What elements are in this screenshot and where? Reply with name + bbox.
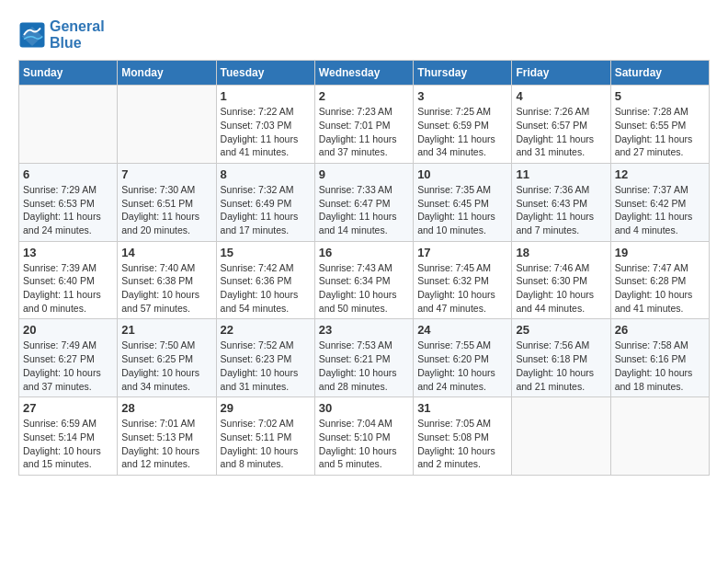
calendar-cell: 22Sunrise: 7:52 AM Sunset: 6:23 PM Dayli…	[216, 319, 314, 397]
day-number: 24	[417, 323, 507, 337]
calendar-cell: 3Sunrise: 7:25 AM Sunset: 6:59 PM Daylig…	[414, 86, 512, 164]
day-number: 30	[319, 401, 409, 415]
day-number: 11	[516, 167, 606, 181]
calendar-cell: 17Sunrise: 7:45 AM Sunset: 6:32 PM Dayli…	[414, 241, 512, 319]
calendar-cell: 20Sunrise: 7:49 AM Sunset: 6:27 PM Dayli…	[19, 319, 118, 397]
calendar-week-3: 13Sunrise: 7:39 AM Sunset: 6:40 PM Dayli…	[19, 241, 710, 319]
calendar-cell: 12Sunrise: 7:37 AM Sunset: 6:42 PM Dayli…	[610, 163, 709, 241]
weekday-header-sunday: Sunday	[19, 61, 118, 86]
day-info: Sunrise: 7:25 AM Sunset: 6:59 PM Dayligh…	[417, 105, 507, 159]
calendar-cell: 28Sunrise: 7:01 AM Sunset: 5:13 PM Dayli…	[118, 397, 216, 476]
day-number: 28	[121, 401, 211, 415]
calendar-cell: 24Sunrise: 7:55 AM Sunset: 6:20 PM Dayli…	[414, 319, 512, 397]
day-info: Sunrise: 7:46 AM Sunset: 6:30 PM Dayligh…	[516, 261, 606, 316]
day-number: 25	[516, 323, 606, 337]
day-info: Sunrise: 7:50 AM Sunset: 6:25 PM Dayligh…	[121, 339, 211, 393]
day-info: Sunrise: 7:43 AM Sunset: 6:34 PM Dayligh…	[319, 261, 409, 316]
calendar-cell: 4Sunrise: 7:26 AM Sunset: 6:57 PM Daylig…	[512, 86, 610, 164]
day-number: 26	[615, 323, 705, 337]
day-info: Sunrise: 7:30 AM Sunset: 6:51 PM Dayligh…	[121, 183, 211, 237]
calendar-cell: 18Sunrise: 7:46 AM Sunset: 6:30 PM Dayli…	[512, 241, 610, 319]
calendar-cell	[610, 397, 709, 476]
day-info: Sunrise: 7:35 AM Sunset: 6:45 PM Dayligh…	[417, 183, 507, 237]
calendar-cell: 16Sunrise: 7:43 AM Sunset: 6:34 PM Dayli…	[314, 241, 413, 319]
day-number: 5	[615, 89, 705, 103]
day-number: 17	[417, 246, 507, 259]
logo-icon	[18, 21, 46, 49]
day-number: 18	[516, 246, 606, 259]
calendar-cell: 11Sunrise: 7:36 AM Sunset: 6:43 PM Dayli…	[512, 163, 610, 241]
day-number: 29	[221, 401, 311, 415]
calendar-cell: 31Sunrise: 7:05 AM Sunset: 5:08 PM Dayli…	[414, 397, 512, 476]
calendar-cell	[118, 86, 216, 164]
calendar-cell: 6Sunrise: 7:29 AM Sunset: 6:53 PM Daylig…	[19, 163, 118, 241]
day-info: Sunrise: 7:01 AM Sunset: 5:13 PM Dayligh…	[121, 417, 211, 471]
day-info: Sunrise: 7:49 AM Sunset: 6:27 PM Dayligh…	[23, 339, 113, 393]
day-number: 21	[121, 323, 211, 337]
day-info: Sunrise: 7:39 AM Sunset: 6:40 PM Dayligh…	[23, 261, 113, 316]
day-info: Sunrise: 7:04 AM Sunset: 5:10 PM Dayligh…	[319, 417, 409, 471]
calendar-cell: 7Sunrise: 7:30 AM Sunset: 6:51 PM Daylig…	[118, 163, 216, 241]
calendar-cell: 10Sunrise: 7:35 AM Sunset: 6:45 PM Dayli…	[414, 163, 512, 241]
calendar-cell: 30Sunrise: 7:04 AM Sunset: 5:10 PM Dayli…	[314, 397, 413, 476]
weekday-header-tuesday: Tuesday	[216, 61, 314, 86]
logo: General Blue	[18, 18, 105, 51]
day-number: 20	[23, 323, 113, 337]
weekday-header-monday: Monday	[118, 61, 216, 86]
day-info: Sunrise: 7:58 AM Sunset: 6:16 PM Dayligh…	[615, 339, 705, 393]
calendar-week-4: 20Sunrise: 7:49 AM Sunset: 6:27 PM Dayli…	[19, 319, 710, 397]
calendar-cell: 26Sunrise: 7:58 AM Sunset: 6:16 PM Dayli…	[610, 319, 709, 397]
calendar-cell: 5Sunrise: 7:28 AM Sunset: 6:55 PM Daylig…	[610, 86, 709, 164]
day-info: Sunrise: 7:56 AM Sunset: 6:18 PM Dayligh…	[516, 339, 606, 393]
calendar-week-2: 6Sunrise: 7:29 AM Sunset: 6:53 PM Daylig…	[19, 163, 710, 241]
day-info: Sunrise: 7:47 AM Sunset: 6:28 PM Dayligh…	[615, 261, 705, 316]
day-number: 6	[23, 167, 113, 181]
day-number: 8	[221, 167, 311, 181]
calendar-week-1: 1Sunrise: 7:22 AM Sunset: 7:03 PM Daylig…	[19, 86, 710, 164]
day-info: Sunrise: 7:36 AM Sunset: 6:43 PM Dayligh…	[516, 183, 606, 237]
calendar-cell: 25Sunrise: 7:56 AM Sunset: 6:18 PM Dayli…	[512, 319, 610, 397]
calendar-cell	[512, 397, 610, 476]
weekday-header-friday: Friday	[512, 61, 610, 86]
weekday-header-thursday: Thursday	[414, 61, 512, 86]
day-number: 22	[221, 323, 311, 337]
calendar-cell: 15Sunrise: 7:42 AM Sunset: 6:36 PM Dayli…	[216, 241, 314, 319]
day-info: Sunrise: 7:52 AM Sunset: 6:23 PM Dayligh…	[221, 339, 311, 393]
day-info: Sunrise: 7:42 AM Sunset: 6:36 PM Dayligh…	[221, 261, 311, 316]
day-number: 31	[417, 401, 507, 415]
calendar-week-5: 27Sunrise: 6:59 AM Sunset: 5:14 PM Dayli…	[19, 397, 710, 476]
day-info: Sunrise: 7:26 AM Sunset: 6:57 PM Dayligh…	[516, 105, 606, 159]
day-number: 16	[319, 246, 409, 259]
day-info: Sunrise: 7:29 AM Sunset: 6:53 PM Dayligh…	[23, 183, 113, 237]
day-info: Sunrise: 7:05 AM Sunset: 5:08 PM Dayligh…	[417, 417, 507, 471]
day-info: Sunrise: 7:37 AM Sunset: 6:42 PM Dayligh…	[615, 183, 705, 237]
calendar-table: SundayMondayTuesdayWednesdayThursdayFrid…	[18, 60, 710, 476]
day-number: 27	[23, 401, 113, 415]
day-number: 12	[615, 167, 705, 181]
calendar-cell: 19Sunrise: 7:47 AM Sunset: 6:28 PM Dayli…	[610, 241, 709, 319]
page-header: General Blue	[18, 18, 710, 51]
day-number: 9	[319, 167, 409, 181]
logo-text: General Blue	[50, 18, 105, 51]
calendar-cell: 29Sunrise: 7:02 AM Sunset: 5:11 PM Dayli…	[216, 397, 314, 476]
day-info: Sunrise: 7:40 AM Sunset: 6:38 PM Dayligh…	[121, 261, 211, 316]
weekday-header-saturday: Saturday	[610, 61, 709, 86]
calendar-cell: 14Sunrise: 7:40 AM Sunset: 6:38 PM Dayli…	[118, 241, 216, 319]
calendar-cell: 21Sunrise: 7:50 AM Sunset: 6:25 PM Dayli…	[118, 319, 216, 397]
weekday-header-row: SundayMondayTuesdayWednesdayThursdayFrid…	[19, 61, 710, 86]
calendar-cell: 1Sunrise: 7:22 AM Sunset: 7:03 PM Daylig…	[216, 86, 314, 164]
day-info: Sunrise: 7:28 AM Sunset: 6:55 PM Dayligh…	[615, 105, 705, 159]
calendar-cell: 2Sunrise: 7:23 AM Sunset: 7:01 PM Daylig…	[314, 86, 413, 164]
day-number: 7	[121, 167, 211, 181]
day-info: Sunrise: 6:59 AM Sunset: 5:14 PM Dayligh…	[23, 417, 113, 471]
calendar-cell: 27Sunrise: 6:59 AM Sunset: 5:14 PM Dayli…	[19, 397, 118, 476]
day-number: 15	[221, 246, 311, 259]
day-number: 19	[615, 246, 705, 259]
day-info: Sunrise: 7:45 AM Sunset: 6:32 PM Dayligh…	[417, 261, 507, 316]
day-info: Sunrise: 7:32 AM Sunset: 6:49 PM Dayligh…	[221, 183, 311, 237]
day-info: Sunrise: 7:02 AM Sunset: 5:11 PM Dayligh…	[221, 417, 311, 471]
day-info: Sunrise: 7:53 AM Sunset: 6:21 PM Dayligh…	[319, 339, 409, 393]
day-info: Sunrise: 7:33 AM Sunset: 6:47 PM Dayligh…	[319, 183, 409, 237]
calendar-cell: 13Sunrise: 7:39 AM Sunset: 6:40 PM Dayli…	[19, 241, 118, 319]
day-info: Sunrise: 7:23 AM Sunset: 7:01 PM Dayligh…	[319, 105, 409, 159]
